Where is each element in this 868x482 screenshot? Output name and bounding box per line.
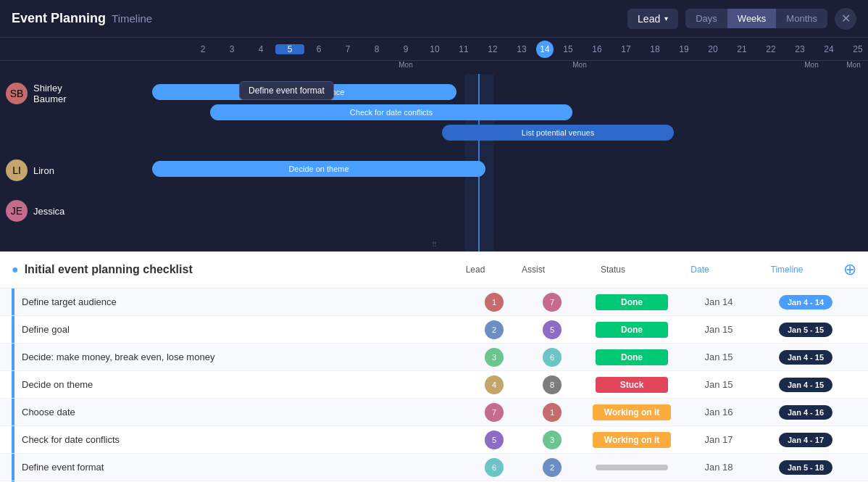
task-assist-avatar: 6 [523, 348, 581, 367]
bar-define-target[interactable]: Define target audience [152, 84, 456, 100]
person-name-jessica: Jessica [33, 206, 64, 217]
task-date: Jan 15 [683, 352, 755, 362]
task-row[interactable]: Define goal 2 5 Done Jan 15 Jan 5 - 15 [0, 316, 868, 344]
lead-avatar[interactable]: 5 [485, 431, 504, 449]
task-name: Decide on theme [22, 379, 465, 390]
lead-avatar[interactable]: 6 [485, 458, 504, 477]
task-lead-avatar: 7 [465, 403, 523, 422]
task-row[interactable]: Decide: make money, break even, lose mon… [0, 344, 868, 371]
assist-avatar[interactable]: 6 [543, 348, 562, 367]
assist-avatar[interactable]: 3 [543, 431, 562, 449]
lead-avatar[interactable]: 1 [485, 293, 504, 312]
mon-label-8: Mon [391, 61, 420, 74]
person-row-liron: LI Liron Decide on theme [0, 151, 868, 191]
bar-list-venues[interactable]: List potential venues [442, 125, 674, 141]
timeline-pill: Jan 4 - 14 [779, 295, 832, 309]
task-name: Decide: make money, break even, lose mon… [22, 352, 465, 362]
close-button[interactable]: ✕ [835, 8, 856, 30]
task-indent [12, 399, 14, 425]
date-15: 15 [554, 44, 583, 54]
app-header: Event Planning Timeline Lead ▾ Days Week… [0, 0, 868, 38]
avatar-jessica: JE [6, 200, 28, 222]
task-lead-avatar: 3 [465, 348, 523, 367]
assist-avatar[interactable]: 1 [543, 403, 562, 422]
task-row[interactable]: Choose date 7 1 Working on it Jan 16 Jan… [0, 399, 868, 426]
status-badge [596, 465, 668, 470]
list-title-row: ● Initial event planning checklist [12, 263, 446, 276]
date-2: 2 [188, 44, 217, 54]
assist-avatar[interactable]: 5 [543, 320, 562, 339]
task-timeline: Jan 5 - 18 [755, 460, 856, 475]
date-13: 13 [507, 44, 536, 54]
bar-check-conflicts[interactable]: Check for date conflicts [210, 104, 572, 120]
task-name: Check for date conflicts [22, 434, 465, 445]
date-6: 6 [304, 44, 333, 54]
bar-decide-theme[interactable]: Decide on theme [152, 161, 485, 177]
drag-handle[interactable]: ⠿ [417, 238, 451, 252]
task-timeline: Jan 4 - 15 [755, 350, 856, 365]
list-title: Initial event planning checklist [25, 263, 193, 276]
task-timeline: Jan 5 - 15 [755, 323, 856, 337]
weeks-view-button[interactable]: Weeks [727, 9, 777, 28]
task-assist-avatar: 7 [523, 293, 581, 312]
task-row[interactable]: Decide on theme 4 8 Stuck Jan 15 Jan 4 -… [0, 371, 868, 399]
date-11: 11 [449, 44, 478, 54]
task-row[interactable]: Define event format 6 2 Jan 18 Jan 5 - 1… [0, 454, 868, 481]
lead-avatar[interactable]: 3 [485, 348, 504, 367]
today-marker: 14 [536, 41, 554, 58]
lead-button[interactable]: Lead ▾ [627, 9, 678, 29]
lead-label: Lead [638, 13, 660, 25]
task-date: Jan 14 [683, 296, 755, 307]
task-assist-avatar: 1 [523, 403, 581, 422]
task-assist-avatar: 8 [523, 375, 581, 394]
task-rows: Define target audience 1 7 Done Jan 14 J… [0, 288, 868, 482]
col-header-timeline: Timeline [736, 265, 838, 275]
task-date: Jan 17 [683, 434, 755, 445]
task-indent [12, 371, 14, 398]
task-status: Working on it [581, 432, 683, 448]
date-4: 4 [246, 44, 275, 54]
person-name-liron: Liron [33, 165, 54, 176]
lead-avatar[interactable]: 2 [485, 320, 504, 339]
lead-avatar[interactable]: 7 [485, 403, 504, 422]
date-19: 19 [669, 44, 698, 54]
date-20: 20 [698, 44, 727, 54]
assist-avatar[interactable]: 2 [543, 458, 562, 477]
task-indent [12, 288, 14, 315]
task-date: Jan 18 [683, 462, 755, 473]
task-lead-avatar: 5 [465, 431, 523, 449]
timeline-pill: Jan 5 - 15 [779, 323, 832, 337]
task-indent [12, 316, 14, 343]
task-status: Done [581, 322, 683, 338]
app-subtitle: Timeline [112, 12, 152, 25]
lead-avatar[interactable]: 4 [485, 375, 504, 394]
task-row[interactable]: Check for date conflicts 5 3 Working on … [0, 426, 868, 454]
task-status: Done [581, 349, 683, 365]
status-badge: Working on it [593, 432, 671, 448]
task-timeline: Jan 4 - 17 [755, 433, 856, 447]
person-name-shirley: Shirley Baumer [33, 83, 94, 104]
date-12: 12 [478, 44, 507, 54]
liron-bars: Decide on theme [94, 157, 868, 186]
person-shirley: SB Shirley Baumer [6, 80, 94, 104]
mon-label-29: Mon [839, 61, 868, 74]
days-view-button[interactable]: Days [685, 9, 727, 28]
assist-avatar[interactable]: 8 [543, 375, 562, 394]
task-timeline: Jan 4 - 16 [755, 405, 856, 420]
person-jessica: JE Jessica [6, 197, 94, 222]
col-header-lead: Lead [446, 265, 504, 275]
mon-label-15: Mon [565, 61, 594, 74]
months-view-button[interactable]: Months [776, 9, 827, 28]
timeline-pill: Jan 4 - 15 [779, 350, 832, 365]
date-24: 24 [814, 44, 843, 54]
date-row: 2 3 4 5 6 7 8 9 10 11 12 13 14 15 16 17 … [0, 38, 868, 61]
date-21: 21 [727, 44, 756, 54]
task-row[interactable]: Define target audience 1 7 Done Jan 14 J… [0, 288, 868, 316]
assist-avatar[interactable]: 7 [543, 293, 562, 312]
task-name: Define event format [22, 462, 465, 473]
timeline-pill: Jan 5 - 18 [779, 460, 832, 475]
date-18: 18 [640, 44, 669, 54]
task-indent [12, 454, 14, 481]
add-task-button[interactable]: ⊕ [843, 260, 856, 279]
task-status: Working on it [581, 404, 683, 420]
